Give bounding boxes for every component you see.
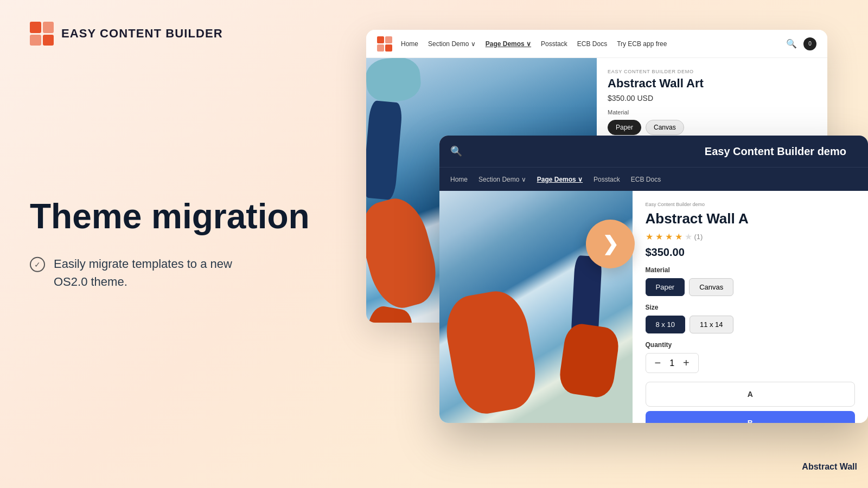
front-qty-label: Quantity [646,341,856,349]
cart-badge[interactable]: 0 [803,37,816,50]
headline: Theme migration [30,197,310,235]
front-nav-home[interactable]: Home [450,176,468,183]
star5-half: ★ [685,232,692,242]
star4: ★ [675,232,682,242]
front-material-canvas[interactable]: Canvas [689,278,733,296]
front-size-8x10[interactable]: 8 x 10 [646,316,685,333]
front-nav-page-demos[interactable]: Page Demos ∨ [537,176,583,183]
nav-logo-small [377,36,392,52]
product-price-back: $350.00 USD [608,94,816,102]
material-options-back: Paper Canvas [608,120,816,135]
left-content: Theme migration Easily migrate templates… [30,197,310,291]
buy-now-btn[interactable]: B [646,411,856,423]
front-size-options: 8 x 10 11 x 14 [646,316,856,333]
nav-right-back: 🔍 0 [786,37,816,50]
nav-link-home[interactable]: Home [401,40,418,48]
checkmark-icon [30,257,45,272]
product-title-back: Abstract Wall Art [608,76,816,91]
front-material-options: Paper Canvas [646,278,856,296]
art-stroke-teal [366,58,422,104]
star1: ★ [646,232,653,242]
browser-front-nav-dark: 🔍 Easy Content Builder demo [439,136,868,167]
front-nav-section[interactable]: Section Demo ∨ [478,176,526,183]
front-nav-posstack[interactable]: Posstack [593,176,620,183]
search-icon[interactable]: 🔍 [786,38,797,49]
star2: ★ [655,232,663,242]
browser-back-nav: Home Section Demo ∨ Page Demos ∨ Posstac… [366,30,827,58]
stars-row: ★ ★ ★ ★ ★ (1) [646,232,856,242]
material-canvas-back[interactable]: Canvas [646,120,684,135]
qty-value: 1 [669,358,674,368]
nav-link-section[interactable]: Section Demo ∨ [428,40,476,48]
brand-name: EASY CONTENT BUILDER [61,27,223,41]
nav-title-dark: Easy Content Builder demo [705,145,846,158]
front-stroke-orange1 [441,287,541,419]
star3: ★ [665,232,673,242]
demo-label-back: EASY CONTENT BUILDER DEMO [608,69,816,74]
front-size-11x14[interactable]: 11 x 14 [690,316,733,333]
logo-icon[interactable] [30,22,54,46]
nav-links-back: Home Section Demo ∨ Page Demos ∨ Posstac… [401,40,667,48]
abstract-wall-label: Abstract Wall [802,462,857,472]
add-to-cart-btn[interactable]: A [646,382,856,407]
front-product-title: Abstract Wall A [646,210,856,227]
material-paper-back[interactable]: Paper [608,120,641,135]
front-material-paper[interactable]: Paper [646,278,685,296]
qty-increase-btn[interactable]: + [683,357,690,369]
front-size-label: Size [646,304,856,311]
front-material-label: Material [646,266,856,274]
material-label-back: Material [608,109,816,115]
search-icon-front[interactable]: 🔍 [450,145,462,157]
front-price: $350.00 [646,246,856,259]
top-bar: EASY CONTENT BUILDER [30,22,223,46]
nav-link-try[interactable]: Try ECB app free [617,40,667,48]
right-area: Home Section Demo ∨ Page Demos ∨ Posstac… [353,0,868,488]
nav-link-posstack[interactable]: Posstack [541,40,567,48]
front-product-details: Easy Content Builder demo Abstract Wall … [633,191,869,423]
nav-link-ecb-docs[interactable]: ECB Docs [577,40,607,48]
review-count: (1) [694,233,703,241]
browser-front-content: Easy Content Builder demo Abstract Wall … [439,191,868,423]
art-stroke-blue [366,100,403,201]
front-stroke-orange2 [557,322,621,400]
art-stroke-orange1 [366,192,444,314]
nav-link-page-demos[interactable]: Page Demos ∨ [486,40,531,48]
browser-front-mockup: 🔍 Easy Content Builder demo Home Section… [439,136,868,423]
arrow-chevron: ❯ [586,220,635,268]
feature-text: Easily migrate templates to a new OS2.0 … [54,255,232,291]
quantity-control: − 1 + [646,353,699,373]
front-nav-ecb-docs[interactable]: ECB Docs [631,176,661,183]
qty-decrease-btn[interactable]: − [655,357,661,369]
feature-item: Easily migrate templates to a new OS2.0 … [30,255,310,291]
front-demo-label: Easy Content Builder demo [646,202,856,207]
chevron-right-icon: ❯ [602,233,618,255]
nav-sub-dark: Home Section Demo ∨ Page Demos ∨ Posstac… [439,167,868,191]
